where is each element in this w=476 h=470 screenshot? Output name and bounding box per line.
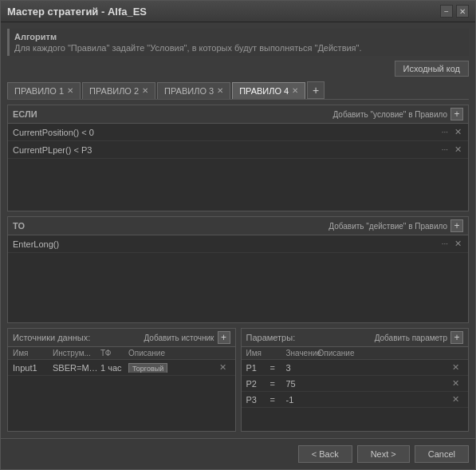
tab-close-2[interactable]: ✕ bbox=[142, 86, 148, 95]
source-tag: Торговый bbox=[128, 363, 167, 373]
actions-section: ТО Добавить "действие" в Правило + Enter… bbox=[7, 216, 469, 323]
params-header: Параметры: Добавить параметр + bbox=[242, 329, 469, 347]
params-table-header: Имя Значение Описание bbox=[242, 347, 469, 360]
data-source-row-0: Input1 SBER=МБ... 1 час Торговый ✕ bbox=[8, 360, 235, 376]
conditions-section: ЕСЛИ Добавить "условие" в Правило + Curr… bbox=[7, 105, 469, 211]
add-source-button[interactable]: Добавить источник + bbox=[144, 331, 230, 344]
action-remove-0[interactable]: ✕ bbox=[453, 239, 463, 249]
condition-remove-1[interactable]: ✕ bbox=[453, 144, 463, 155]
action-row-0: EnterLong() ··· ✕ bbox=[8, 235, 468, 253]
conditions-label: ЕСЛИ bbox=[13, 109, 37, 119]
algo-description: Для каждого "Правила" задайте "Условия",… bbox=[14, 43, 464, 53]
source-code-button[interactable]: Исходный код bbox=[395, 61, 470, 77]
param-row-0: P1 = 3 ✕ bbox=[242, 360, 469, 376]
bottom-area: Источники данных: Добавить источник + Им… bbox=[7, 328, 469, 432]
tab-close-4[interactable]: ✕ bbox=[292, 86, 298, 95]
conditions-header: ЕСЛИ Добавить "условие" в Правило + bbox=[8, 105, 468, 124]
tab-close-3[interactable]: ✕ bbox=[217, 86, 223, 95]
add-param-plus-icon[interactable]: + bbox=[450, 331, 463, 344]
data-sources-table-header: Имя Инструм... ТФ Описание bbox=[8, 347, 235, 360]
tab-rule-4[interactable]: ПРАВИЛО 4 ✕ bbox=[232, 82, 305, 99]
source-remove-0[interactable]: ✕ bbox=[218, 362, 230, 373]
source-code-row: Исходный код bbox=[7, 61, 469, 77]
action-dots-0[interactable]: ··· bbox=[440, 239, 450, 248]
cancel-button[interactable]: Cancel bbox=[415, 445, 469, 463]
data-sources-header: Источники данных: Добавить источник + bbox=[8, 329, 235, 347]
condition-dots-0[interactable]: ··· bbox=[440, 128, 450, 136]
action-actions-0: ··· ✕ bbox=[440, 239, 463, 249]
condition-actions-1: ··· ✕ bbox=[440, 144, 463, 155]
param-row-1: P2 = 75 ✕ bbox=[242, 376, 469, 392]
tab-rule-3[interactable]: ПРАВИЛО 3 ✕ bbox=[157, 82, 230, 99]
tab-add-button[interactable]: + bbox=[307, 81, 325, 99]
tab-rule-1[interactable]: ПРАВИЛО 1 ✕ bbox=[7, 82, 81, 99]
add-param-button[interactable]: Добавить параметр + bbox=[375, 331, 463, 344]
main-window: Мастер стратегий - Alfa_ES − ✕ Алгоритм … bbox=[0, 0, 476, 470]
param-remove-0[interactable]: ✕ bbox=[450, 362, 463, 373]
algo-title: Алгоритм bbox=[14, 32, 464, 41]
conditions-list: CurrentPosition() < 0 ··· ✕ CurrentPLper… bbox=[8, 124, 468, 211]
param-remove-1[interactable]: ✕ bbox=[450, 378, 463, 389]
params-label: Параметры: bbox=[246, 333, 296, 342]
actions-list: EnterLong() ··· ✕ bbox=[8, 235, 468, 322]
content-area: Алгоритм Для каждого "Правила" задайте "… bbox=[1, 22, 475, 438]
param-row-2: P3 = -1 ✕ bbox=[242, 392, 469, 408]
condition-row-0: CurrentPosition() < 0 ··· ✕ bbox=[8, 124, 468, 141]
back-button[interactable]: < Back bbox=[298, 445, 352, 463]
window-controls: − ✕ bbox=[440, 5, 469, 18]
data-sources-label: Источники данных: bbox=[13, 333, 90, 342]
add-source-plus-icon[interactable]: + bbox=[218, 331, 230, 344]
close-button[interactable]: ✕ bbox=[456, 5, 469, 18]
data-sources-panel: Источники данных: Добавить источник + Им… bbox=[7, 328, 236, 432]
actions-label: ТО bbox=[13, 221, 25, 231]
footer: < Back Next > Cancel bbox=[1, 438, 475, 469]
add-action-plus-icon[interactable]: + bbox=[450, 219, 463, 232]
condition-remove-0[interactable]: ✕ bbox=[453, 127, 463, 137]
condition-row-1: CurrentPLper() < P3 ··· ✕ bbox=[8, 141, 468, 159]
condition-actions-0: ··· ✕ bbox=[440, 127, 463, 137]
condition-dots-1[interactable]: ··· bbox=[440, 145, 450, 154]
tab-rule-2[interactable]: ПРАВИЛО 2 ✕ bbox=[82, 82, 155, 99]
add-action-button[interactable]: Добавить "действие" в Правило + bbox=[328, 219, 463, 232]
minimize-button[interactable]: − bbox=[440, 5, 453, 18]
algo-header: Алгоритм Для каждого "Правила" задайте "… bbox=[7, 29, 469, 56]
window-title: Мастер стратегий - Alfa_ES bbox=[7, 6, 147, 18]
title-bar: Мастер стратегий - Alfa_ES − ✕ bbox=[1, 1, 475, 22]
next-button[interactable]: Next > bbox=[357, 445, 410, 463]
add-condition-plus-icon[interactable]: + bbox=[450, 108, 463, 120]
param-remove-2[interactable]: ✕ bbox=[450, 394, 463, 405]
params-panel: Параметры: Добавить параметр + Имя Значе… bbox=[241, 328, 470, 432]
tabs-row: ПРАВИЛО 1 ✕ ПРАВИЛО 2 ✕ ПРАВИЛО 3 ✕ ПРАВ… bbox=[7, 81, 469, 100]
actions-header: ТО Добавить "действие" в Правило + bbox=[8, 217, 468, 235]
tab-close-1[interactable]: ✕ bbox=[67, 86, 73, 95]
add-condition-button[interactable]: Добавить "условие" в Правило + bbox=[332, 108, 463, 120]
